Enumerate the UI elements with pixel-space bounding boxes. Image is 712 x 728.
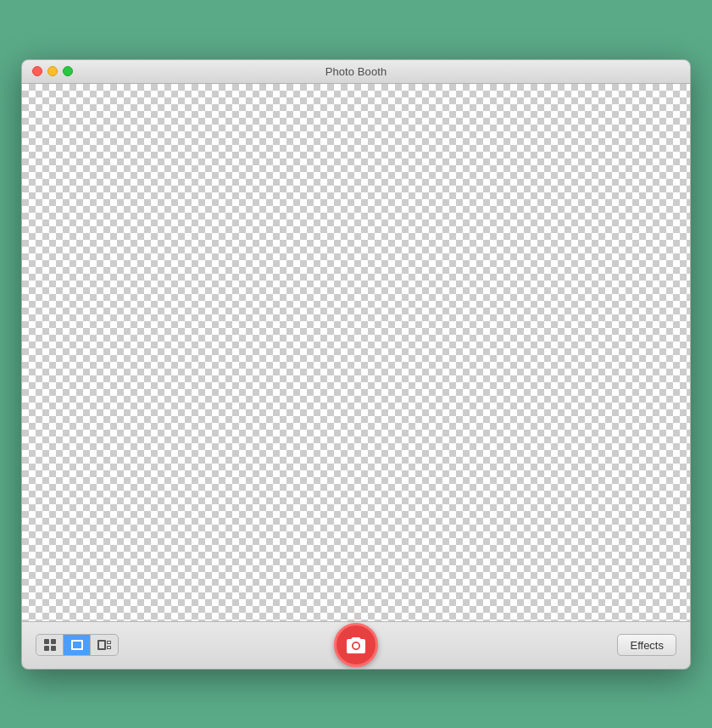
app-background: Photo Booth: [0, 0, 712, 728]
title-bar: Photo Booth: [22, 60, 690, 84]
maximize-button[interactable]: [63, 66, 73, 76]
svg-point-0: [353, 643, 359, 648]
grid4-view-button[interactable]: [36, 635, 64, 655]
camera-icon: [345, 636, 367, 654]
single-view-button[interactable]: [64, 635, 91, 655]
filmstrip-view-button[interactable]: [91, 635, 118, 655]
toolbar: Effects: [22, 621, 690, 669]
close-button[interactable]: [32, 66, 42, 76]
minimize-button[interactable]: [47, 66, 58, 76]
single-view-icon: [71, 640, 83, 650]
traffic-lights: [32, 66, 73, 76]
view-mode-group: [36, 634, 119, 656]
window-title: Photo Booth: [325, 65, 387, 78]
capture-button[interactable]: [334, 623, 378, 667]
camera-viewport: [22, 84, 690, 621]
effects-button[interactable]: Effects: [617, 634, 676, 656]
capture-button-container: [334, 623, 378, 667]
grid4-icon: [44, 639, 56, 651]
photo-booth-window: Photo Booth: [21, 59, 691, 670]
filmstrip-icon: [97, 640, 111, 650]
view-buttons: [36, 634, 119, 656]
